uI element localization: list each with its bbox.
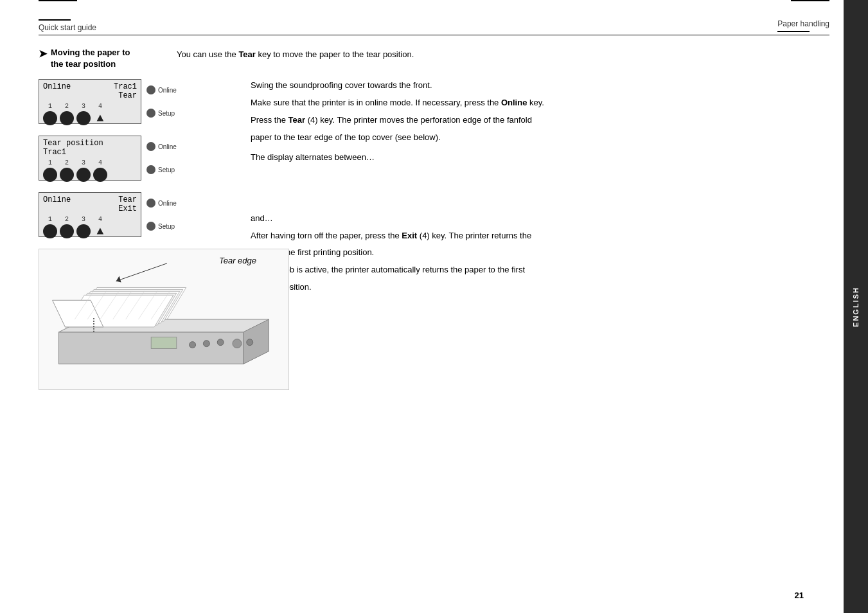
btn-1a — [43, 111, 57, 125]
setup-label-2: Setup — [158, 166, 175, 173]
page-number: 21 — [795, 591, 804, 600]
lcd1-line1: OnlineTrac1 — [43, 82, 137, 91]
btn-1c — [76, 111, 91, 125]
lcd1-nums: 1 2 3 4 — [43, 103, 137, 110]
lcd1-line2: Tear — [43, 91, 137, 100]
step1-text: Swing the soundproofing cover towards th… — [251, 79, 797, 144]
lcd2-btns — [43, 168, 137, 182]
step2-p3: If a print job is active, the printer au… — [251, 263, 797, 277]
panel-row-1: OnlineTrac1 Tear 1 2 3 4 ▲ — [39, 79, 238, 124]
svg-point-19 — [217, 339, 224, 346]
svg-point-18 — [203, 341, 209, 347]
btn-3b — [60, 224, 74, 238]
step1-p2: Make sure that the printer is in online … — [251, 96, 797, 110]
header-left: Quick start guide — [39, 19, 96, 32]
printer-illustration — [39, 249, 288, 389]
side-buttons-1: Online Setup — [146, 85, 177, 118]
lcd3-line2: Exit — [43, 204, 137, 213]
lcd3-nums: 1 2 3 4 — [43, 216, 137, 223]
btn-2b — [60, 168, 74, 182]
section-heading-text: Moving the paper to the tear position — [51, 47, 130, 70]
right-text: Swing the soundproofing cover towards th… — [238, 79, 829, 390]
online-btn-1: Online — [146, 85, 177, 94]
setup-label-3: Setup — [158, 223, 175, 230]
online-label-2: Online — [158, 143, 177, 150]
setup-btn-3: Setup — [146, 222, 175, 231]
btn-3c — [76, 224, 91, 238]
online-circle-3 — [146, 199, 155, 208]
intro-text: You can use the Tear key to move the pap… — [177, 47, 829, 61]
step1-p4: paper to the tear edge of the top cover … — [251, 131, 797, 145]
lcd3-line1: OnlineTear — [43, 195, 137, 204]
setup-label-1: Setup — [158, 110, 175, 117]
setup-circle-2 — [146, 165, 155, 174]
lcd1-btns: ▲ — [43, 111, 137, 125]
step2-p4: printing position. — [251, 281, 797, 294]
section-heading: ➤ Moving the paper to the tear position — [39, 47, 164, 70]
btn-2a — [43, 168, 57, 182]
lcd-display-3: OnlineTear Exit 1 2 3 4 ▲ — [39, 192, 141, 237]
online-btn-2: Online — [146, 142, 177, 151]
step2-p1: After having torn off the paper, press t… — [251, 229, 797, 243]
tear-diagram: Tear edge — [39, 249, 289, 390]
setup-circle-3 — [146, 222, 155, 231]
left-diagrams: OnlineTrac1 Tear 1 2 3 4 ▲ — [39, 79, 238, 390]
step2-p2: paper to the first printing position. — [251, 246, 797, 260]
side-buttons-2: Online Setup — [146, 142, 177, 174]
lcd2-nums: 1 2 3 4 — [43, 159, 137, 166]
btn-3a — [43, 224, 57, 238]
svg-point-22 — [247, 339, 253, 346]
svg-point-17 — [190, 342, 196, 348]
content-row: OnlineTrac1 Tear 1 2 3 4 ▲ — [39, 79, 829, 390]
header-right: Paper handling — [777, 19, 829, 32]
svg-point-21 — [233, 339, 242, 348]
online-btn-3: Online — [146, 199, 177, 208]
btn-1b — [60, 111, 74, 125]
step1-p3: Press the Tear (4) key. The printer move… — [251, 114, 797, 127]
online-circle-1 — [146, 85, 155, 94]
svg-marker-25 — [116, 276, 121, 283]
lcd2-line2: Trac1 — [43, 148, 137, 157]
lcd-display-2: Tear position Trac1 1 2 3 4 — [39, 136, 141, 181]
setup-btn-1: Setup — [146, 109, 175, 118]
page-header: Quick start guide Paper handling — [39, 19, 829, 35]
step1-p1: Swing the soundproofing cover towards th… — [251, 79, 797, 93]
setup-btn-2: Setup — [146, 165, 175, 174]
lcd-display-1: OnlineTrac1 Tear 1 2 3 4 ▲ — [39, 79, 141, 124]
btn-2d — [93, 168, 107, 182]
btn-1-triangle: ▲ — [93, 111, 107, 125]
panel-row-2: Tear position Trac1 1 2 3 4 — [39, 136, 238, 181]
panel-row-3: OnlineTear Exit 1 2 3 4 ▲ — [39, 192, 238, 237]
svg-line-24 — [116, 263, 167, 281]
display-alternates-text: The display alternates between… — [251, 152, 797, 162]
svg-rect-20 — [151, 337, 177, 349]
setup-circle-1 — [146, 109, 155, 118]
step2-text: After having torn off the paper, press t… — [251, 229, 797, 294]
page-container: Quick start guide Paper handling ➤ Movin… — [0, 0, 868, 613]
online-label-3: Online — [158, 200, 177, 207]
side-buttons-3: Online Setup — [146, 199, 177, 231]
and-text: and… — [251, 213, 797, 223]
online-circle-2 — [146, 142, 155, 151]
heading-row: ➤ Moving the paper to the tear position … — [39, 47, 829, 70]
btn-3-triangle: ▲ — [93, 224, 107, 238]
btn-2c — [76, 168, 91, 182]
lcd2-line1: Tear position — [43, 139, 137, 148]
online-label-1: Online — [158, 87, 177, 94]
lcd3-btns: ▲ — [43, 224, 137, 238]
section-arrow: ➤ — [39, 48, 47, 60]
